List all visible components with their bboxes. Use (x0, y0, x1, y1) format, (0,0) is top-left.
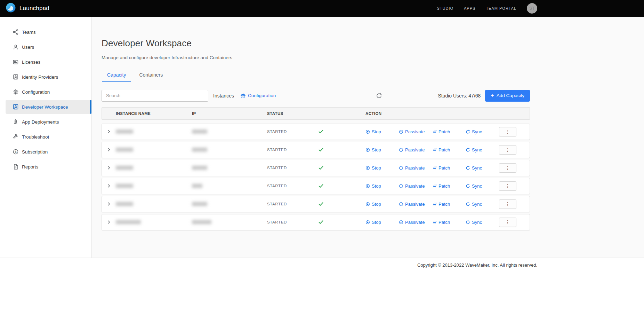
topbar: Launchpad STUDIO APPS TEAM PORTAL ST (0, 0, 644, 17)
stop-icon (365, 184, 370, 188)
table-row: STARTED Stop Passivate (102, 178, 530, 194)
gear-icon (240, 93, 246, 99)
passivate-action[interactable]: Passivate (399, 183, 432, 189)
configuration-link[interactable]: Configuration (240, 93, 276, 99)
topnav-studio[interactable]: STUDIO (437, 6, 453, 10)
row-expand-button[interactable] (102, 147, 116, 152)
row-more-button[interactable]: ⋮ (499, 145, 516, 155)
patch-action[interactable]: Patch (432, 183, 466, 189)
row-more-button[interactable]: ⋮ (499, 163, 516, 173)
search-input[interactable] (102, 90, 208, 102)
header-ip: IP (192, 111, 267, 116)
stop-action[interactable]: Stop (365, 183, 399, 189)
row-more-button[interactable]: ⋮ (499, 127, 516, 136)
row-expand-button[interactable] (102, 183, 116, 188)
instance-name-cell (116, 202, 192, 206)
sidebar-item-label: Subscription (22, 149, 48, 155)
patch-action[interactable]: Patch (432, 147, 466, 152)
sidebar-item-reports[interactable]: Reports (6, 160, 91, 174)
row-expand-button[interactable] (102, 165, 116, 170)
status-check-icon (318, 219, 324, 225)
ip-cell (192, 202, 267, 206)
sidebar-item-developer-workspace[interactable]: Developer Workspace (6, 100, 91, 114)
instance-name-cell (116, 220, 192, 224)
passivate-action[interactable]: Passivate (399, 147, 432, 152)
stop-action[interactable]: Stop (365, 147, 399, 152)
patch-icon (432, 184, 437, 188)
stop-action[interactable]: Stop (365, 129, 399, 134)
developer-workspace-icon (13, 104, 19, 110)
sync-action[interactable]: Sync (466, 220, 499, 225)
patch-action[interactable]: Patch (432, 202, 466, 207)
sidebar-item-label: Users (22, 45, 34, 50)
table-row: STARTED Stop Passivate (102, 196, 530, 212)
topnav-team-portal[interactable]: TEAM PORTAL (486, 6, 516, 10)
stop-action-label: Stop (372, 129, 381, 134)
tab-capacity[interactable]: Capacity (102, 69, 131, 82)
sync-action[interactable]: Sync (466, 129, 499, 134)
shell: Teams Users Licenses Identity Providers (0, 17, 644, 258)
sync-action-label: Sync (472, 129, 482, 134)
licenses-icon (13, 59, 19, 65)
svg-text:$: $ (15, 150, 17, 154)
ip-cell (192, 129, 267, 134)
sync-action[interactable]: Sync (466, 202, 499, 207)
patch-action-label: Patch (438, 183, 450, 189)
sidebar-item-users[interactable]: Users (6, 40, 91, 54)
sync-action[interactable]: Sync (466, 183, 499, 189)
teams-icon (13, 29, 19, 35)
passivate-action[interactable]: Passivate (399, 129, 432, 134)
sidebar-item-configuration[interactable]: Configuration (6, 85, 91, 99)
sidebar-item-subscription[interactable]: $ Subscription (6, 145, 91, 159)
kebab-icon: ⋮ (505, 129, 510, 134)
add-capacity-button[interactable]: + Add Capacity (485, 90, 530, 102)
header-instance-name: INSTANCE NAME (116, 111, 192, 116)
sidebar-item-app-deployments[interactable]: App Deployments (6, 115, 91, 129)
sync-action[interactable]: Sync (466, 147, 499, 152)
passivate-action[interactable]: Passivate (399, 202, 432, 207)
sync-action-label: Sync (472, 165, 482, 171)
passivate-action-label: Passivate (405, 220, 425, 225)
status-check-icon (318, 147, 324, 152)
refresh-button[interactable] (376, 93, 382, 99)
sidebar-item-licenses[interactable]: Licenses (6, 55, 91, 69)
row-more-button[interactable]: ⋮ (499, 181, 516, 191)
sidebar-item-label: Identity Providers (22, 74, 58, 80)
patch-action[interactable]: Patch (432, 220, 466, 225)
row-expand-button[interactable] (102, 202, 116, 206)
topnav-apps[interactable]: APPS (464, 6, 475, 10)
stop-action[interactable]: Stop (365, 165, 399, 171)
sync-action[interactable]: Sync (466, 165, 499, 171)
table-body: STARTED Stop Passivate (102, 124, 530, 230)
passivate-action[interactable]: Passivate (399, 220, 432, 225)
stop-action[interactable]: Stop (365, 220, 399, 225)
stop-action-label: Stop (372, 165, 381, 171)
stop-action[interactable]: Stop (365, 202, 399, 207)
tab-containers[interactable]: Containers (134, 69, 168, 82)
passivate-action-label: Passivate (405, 147, 425, 152)
row-expand-button[interactable] (102, 220, 116, 225)
row-more-button[interactable]: ⋮ (499, 218, 516, 227)
row-expand-button[interactable] (102, 129, 116, 134)
passivate-action[interactable]: Passivate (399, 165, 432, 171)
table-row: STARTED Stop Passivate (102, 124, 530, 140)
brand[interactable]: Launchpad (6, 2, 49, 14)
patch-action[interactable]: Patch (432, 129, 466, 134)
patch-action[interactable]: Patch (432, 165, 466, 171)
instance-name-redacted (116, 129, 133, 134)
sidebar-item-teams[interactable]: Teams (6, 25, 91, 39)
status-cell: STARTED (267, 219, 365, 225)
row-more-button[interactable]: ⋮ (499, 199, 516, 209)
chevron-right-icon (106, 129, 111, 134)
header-action: ACTION (365, 111, 530, 116)
passivate-action-label: Passivate (405, 202, 425, 207)
action-cell: Stop Passivate Patch Sync (365, 218, 531, 227)
configuration-link-label: Configuration (248, 93, 276, 98)
ip-redacted (192, 220, 211, 224)
sync-icon (466, 148, 470, 152)
sidebar-item-identity-providers[interactable]: Identity Providers (6, 70, 91, 84)
user-avatar[interactable]: ST (527, 3, 537, 14)
kebab-icon: ⋮ (505, 219, 510, 225)
action-cell: Stop Passivate Patch Sync (365, 127, 531, 136)
sidebar-item-troubleshoot[interactable]: Troubleshoot (6, 130, 91, 144)
